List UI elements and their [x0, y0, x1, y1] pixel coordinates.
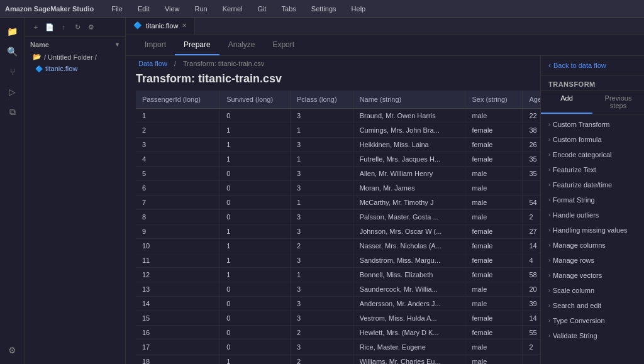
menu-git[interactable]: Git — [255, 4, 269, 14]
tab-close-button[interactable]: ✕ — [182, 22, 187, 29]
cell-row8-col3: 3 — [291, 210, 353, 224]
menu-edit[interactable]: Edit — [135, 4, 152, 14]
cell-row18-col3: 2 — [291, 355, 353, 365]
transform-item-custom-transform[interactable]: ›Custom Transform — [541, 117, 644, 132]
transform-item-manage-rows[interactable]: ›Manage rows — [541, 253, 644, 268]
cell-row10-col1: 10 — [136, 239, 220, 253]
content-area: 🔷 titanic.flow ✕ Import Prepare Analyze … — [126, 18, 644, 364]
table-row: 913Johnson, Mrs. Oscar W (...female27 — [136, 224, 540, 239]
refresh-icon[interactable]: ↻ — [72, 21, 83, 33]
transform-item-encode-categorical[interactable]: ›Encode categorical — [541, 147, 644, 162]
table-row: 1602Hewlett, Mrs. (Mary D K...female55 — [136, 326, 540, 340]
transform-item-featurize-date/time[interactable]: ›Featurize date/time — [541, 177, 644, 192]
cell-row7-col4: McCarthy, Mr. Timothy J — [353, 196, 465, 210]
transform-item-validate-string[interactable]: ›Validate String — [541, 328, 644, 343]
transform-item-search-and-edit[interactable]: ›Search and edit — [541, 298, 644, 313]
flow-file-icon: 🔷 — [35, 65, 43, 72]
table-row: 411Futrelle, Mrs. Jacques H...female35 — [136, 152, 540, 167]
back-link[interactable]: ‹ Back to data flow — [548, 61, 636, 70]
titanic-flow-tab[interactable]: 🔷 titanic.flow ✕ — [126, 18, 195, 35]
cell-row9-col4: Johnson, Mrs. Oscar W (... — [353, 224, 465, 239]
menu-settings[interactable]: Settings — [309, 4, 339, 14]
cell-row14-col5: male — [465, 297, 523, 311]
menu-tabs[interactable]: Tabs — [279, 4, 299, 14]
chevron-right-icon: › — [548, 287, 550, 294]
transform-tab-previous[interactable]: Previous steps — [592, 91, 644, 114]
cell-row11-col1: 11 — [136, 253, 220, 268]
cell-row6-col4: Moran, Mr. James — [353, 181, 465, 196]
menu-help[interactable]: Help — [349, 4, 369, 14]
untitled-folder[interactable]: 📂 / Untitled Folder / — [25, 51, 125, 63]
cell-row7-col2: 0 — [220, 196, 291, 210]
transform-item-handling-missing-values[interactable]: ›Handling missing values — [541, 223, 644, 238]
menu-view[interactable]: View — [162, 4, 182, 14]
col-header-passengerid: PassengerId (long) — [136, 91, 220, 109]
section-arrow[interactable]: ▼ — [114, 41, 120, 48]
new-folder-icon[interactable]: + — [30, 21, 42, 33]
sidebar-icon-settings[interactable]: ⚙ — [4, 341, 21, 359]
sidebar-settings-icon[interactable]: ⚙ — [86, 21, 97, 33]
table-row: 1703Rice, Master. Eugenemale2 — [136, 340, 540, 355]
cell-row12-col5: female — [465, 268, 523, 282]
tab-export[interactable]: Export — [264, 35, 303, 55]
cell-row6-col2: 0 — [220, 181, 291, 196]
table-row: 103Braund, Mr. Owen Harrismale22 — [136, 109, 540, 123]
chevron-right-icon: › — [548, 257, 550, 263]
cell-row11-col5: female — [465, 253, 523, 268]
transform-item-type-conversion[interactable]: ›Type Conversion — [541, 313, 644, 328]
cell-row4-col3: 1 — [291, 152, 353, 167]
transform-item-format-string[interactable]: ›Format String — [541, 192, 644, 207]
tab-import[interactable]: Import — [136, 35, 175, 55]
sidebar-icon-folder[interactable]: 📁 — [4, 23, 21, 40]
table-row: 701McCarthy, Mr. Timothy Jmale54 — [136, 196, 540, 210]
cell-row13-col5: male — [465, 282, 523, 297]
transform-item-manage-columns[interactable]: ›Manage columns — [541, 238, 644, 253]
sidebar-icon-search[interactable]: 🔍 — [4, 43, 21, 60]
menu-run[interactable]: Run — [192, 4, 210, 14]
tab-prepare[interactable]: Prepare — [175, 35, 219, 55]
cell-row2-col3: 1 — [291, 123, 353, 138]
transform-item-label: Handle outliers — [553, 211, 599, 219]
back-to-flow[interactable]: ‹ Back to data flow — [541, 56, 644, 75]
cell-row15-col6: 14 — [523, 311, 540, 326]
new-file-icon[interactable]: 📄 — [44, 21, 55, 33]
transform-item-manage-vectors[interactable]: ›Manage vectors — [541, 268, 644, 283]
transform-item-handle-outliers[interactable]: ›Handle outliers — [541, 207, 644, 223]
transform-item-featurize-text[interactable]: ›Featurize Text — [541, 162, 644, 177]
inner-tabs: Import Prepare Analyze Export — [126, 35, 644, 56]
transform-tab-add[interactable]: Add — [541, 91, 592, 114]
cell-row12-col6: 58 — [523, 268, 540, 282]
upload-icon[interactable]: ↑ — [58, 21, 69, 33]
cell-row16-col1: 16 — [136, 326, 220, 340]
cell-row8-col2: 0 — [220, 210, 291, 224]
cell-row13-col2: 0 — [220, 282, 291, 297]
folder-icon: 📂 — [33, 53, 42, 61]
transform-label: TRANSFORM — [541, 75, 644, 91]
menu-file[interactable]: File — [109, 4, 125, 14]
sidebar-icon-extensions[interactable]: ⧉ — [4, 103, 21, 121]
table-row: 1303Saundercock, Mr. Willia...male20 — [136, 282, 540, 297]
tab-flow-icon: 🔷 — [133, 21, 142, 30]
cell-row17-col5: male — [465, 340, 523, 355]
cell-row12-col3: 1 — [291, 268, 353, 282]
cell-row1-col2: 0 — [220, 109, 291, 123]
cell-row3-col6: 26 — [523, 138, 540, 152]
cell-row7-col6: 54 — [523, 196, 540, 210]
cell-row7-col3: 1 — [291, 196, 353, 210]
tab-analyze[interactable]: Analyze — [219, 35, 264, 55]
menu-kernel[interactable]: Kernel — [220, 4, 245, 14]
cell-row7-col5: male — [465, 196, 523, 210]
cell-row9-col2: 1 — [220, 224, 291, 239]
sidebar-icon-git[interactable]: ⑂ — [4, 63, 21, 80]
titanic-flow-file[interactable]: 🔷 titanic.flow — [25, 63, 125, 74]
cell-row4-col5: female — [465, 152, 523, 167]
transform-item-custom-formula[interactable]: ›Custom formula — [541, 132, 644, 147]
cell-row10-col3: 2 — [291, 239, 353, 253]
table-row: 1403Andersson, Mr. Anders J...male39 — [136, 297, 540, 311]
cell-row6-col1: 6 — [136, 181, 220, 196]
cell-row18-col5: male — [465, 355, 523, 365]
file-sidebar-header: + 📄 ↑ ↻ ⚙ — [25, 18, 125, 37]
sidebar-icon-run[interactable]: ▷ — [4, 83, 21, 101]
transform-item-scale-column[interactable]: ›Scale column — [541, 283, 644, 298]
breadcrumb-root[interactable]: Data flow — [138, 60, 167, 67]
